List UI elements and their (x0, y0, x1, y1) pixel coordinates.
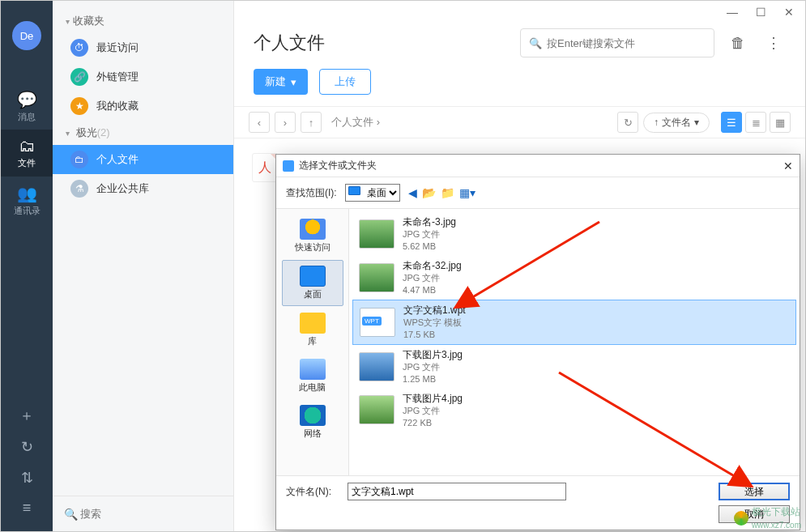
file-item[interactable]: 未命名-3.jpgJPG 文件5.62 MB (352, 212, 796, 256)
file-item-selected[interactable]: 文字文稿1.wptWPS文字 模板17.5 KB (352, 300, 796, 345)
up-folder-icon[interactable]: 📂 (422, 186, 436, 199)
sidebar-item-label: 我的收藏 (96, 99, 139, 113)
file-item[interactable]: 下载图片4.jpgJPG 文件722 KB (352, 389, 796, 432)
search-icon: 🔍 (529, 37, 542, 49)
folder-icon: 🗀 (70, 151, 88, 168)
trash-icon[interactable]: 🗑 (726, 30, 750, 57)
wpt-thumb (360, 308, 395, 337)
clock-icon: ⏱ (70, 39, 88, 57)
sidebar-item-enterprise[interactable]: ⚗ 企业公共库 (53, 174, 233, 203)
new-folder-icon[interactable]: 📁 (441, 186, 454, 199)
sort-button[interactable]: ↑ 文件名 ▾ (643, 113, 710, 133)
refresh-button[interactable]: ↻ (617, 112, 638, 133)
search-box[interactable]: 🔍 (520, 28, 714, 57)
file-dialog: 选择文件或文件夹 ✕ 查找范围(I): 桌面 ◀ 📂 📁 ▦▾ 快速访问 桌面 … (275, 154, 800, 530)
window-controls: — ☐ ✕ (234, 1, 805, 23)
image-thumb (359, 395, 394, 424)
breadcrumb[interactable]: 个人文件 › (326, 115, 385, 130)
rail-label: 文件 (18, 157, 36, 169)
place-thispc[interactable]: 此电脑 (282, 354, 343, 398)
back-history-icon[interactable]: ◀ (408, 186, 417, 199)
search-icon: 🔍 (64, 508, 78, 521)
star-icon: ★ (70, 97, 88, 115)
sidebar-search-input[interactable] (62, 504, 224, 523)
filename-label: 文件名(N): (286, 485, 331, 499)
close-button[interactable]: ✕ (784, 6, 794, 19)
place-libraries[interactable]: 库 (282, 308, 343, 352)
nav-rail: De 💬 消息 🗂 文件 👥 通讯录 ＋ ↻ ⇅ ≡ (1, 1, 53, 531)
place-quickaccess[interactable]: 快速访问 (282, 214, 343, 258)
chevron-down-icon: ▾ (291, 76, 296, 88)
page-title: 个人文件 (254, 31, 325, 55)
file-item[interactable]: 未命名-32.jpgJPG 文件4.47 MB (352, 256, 796, 300)
view-detail[interactable]: ≣ (745, 112, 766, 133)
place-network[interactable]: 网络 (282, 400, 343, 445)
minimize-button[interactable]: — (727, 6, 738, 19)
search-input[interactable] (547, 37, 706, 49)
files-icon: 🗂 (19, 137, 35, 155)
watermark: 极光下载站www.xz7.com (734, 505, 801, 530)
sidebar-item-favorites[interactable]: ★ 我的收藏 (53, 92, 233, 121)
sidebar: 收藏夹 ⏱ 最近访问 🔗 外链管理 ★ 我的收藏 极光(2) 🗀 个人文件 ⚗ (53, 1, 234, 531)
dialog-title: 选择文件或文件夹 (299, 159, 377, 172)
view-list[interactable]: ☰ (721, 112, 742, 133)
watermark-logo (734, 511, 748, 526)
view-grid[interactable]: ▦ (770, 112, 791, 133)
sidebar-item-label: 外链管理 (96, 70, 139, 84)
nav-forward[interactable]: › (275, 112, 296, 133)
desktop-icon (348, 186, 360, 195)
refresh-icon[interactable]: ↻ (15, 432, 40, 462)
dialog-titlebar[interactable]: 选择文件或文件夹 ✕ (276, 155, 800, 177)
lookin-label: 查找范围(I): (286, 186, 337, 200)
rail-files[interactable]: 🗂 文件 (1, 130, 53, 177)
nav-up[interactable]: ↑ (301, 112, 322, 133)
sidebar-item-personal[interactable]: 🗀 个人文件 (53, 145, 233, 174)
rail-messages[interactable]: 💬 消息 (1, 83, 53, 130)
place-desktop[interactable]: 桌面 (282, 260, 343, 306)
link-icon: 🔗 (70, 68, 88, 86)
sidebar-item-links[interactable]: 🔗 外链管理 (53, 62, 233, 92)
pdf-icon: 人 (252, 153, 278, 182)
rail-label: 通讯录 (14, 205, 41, 217)
rail-contacts[interactable]: 👥 通讯录 (1, 177, 53, 223)
select-button[interactable]: 选择 (719, 483, 790, 500)
maximize-button[interactable]: ☐ (756, 6, 766, 19)
transfer-icon[interactable]: ⇅ (15, 462, 40, 493)
section-favorites[interactable]: 收藏夹 (53, 9, 233, 33)
file-item[interactable]: 下载图片3.jpgJPG 文件1.25 MB (352, 345, 796, 389)
image-thumb (359, 352, 394, 381)
contacts-icon: 👥 (17, 184, 37, 203)
section-jiguang[interactable]: 极光(2) (53, 121, 233, 145)
lab-icon: ⚗ (70, 180, 88, 198)
menu-icon[interactable]: ≡ (16, 493, 38, 523)
new-button[interactable]: 新建▾ (254, 69, 308, 95)
sidebar-item-label: 个人文件 (96, 152, 139, 167)
sidebar-item-label: 最近访问 (96, 40, 139, 55)
image-thumb (359, 219, 394, 249)
sidebar-item-label: 企业公共库 (96, 181, 149, 196)
plus-icon[interactable]: ＋ (13, 399, 41, 432)
upload-button[interactable]: 上传 (319, 69, 371, 95)
rail-label: 消息 (18, 111, 36, 123)
dialog-file-list[interactable]: 未命名-3.jpgJPG 文件5.62 MB 未命名-32.jpgJPG 文件4… (349, 209, 800, 475)
dialog-icon (283, 160, 294, 172)
sidebar-item-recent[interactable]: ⏱ 最近访问 (53, 33, 233, 62)
view-menu-icon[interactable]: ▦▾ (459, 186, 475, 199)
sidebar-search: 🔍 (53, 496, 233, 531)
avatar[interactable]: De (12, 21, 41, 50)
nav-back[interactable]: ‹ (249, 112, 270, 133)
places-bar: 快速访问 桌面 库 此电脑 网络 (276, 209, 349, 475)
image-thumb (359, 263, 394, 292)
dialog-close[interactable]: ✕ (783, 160, 793, 172)
message-icon: 💬 (17, 90, 37, 109)
filename-input[interactable] (348, 483, 566, 500)
more-icon[interactable]: ⋮ (761, 29, 786, 57)
